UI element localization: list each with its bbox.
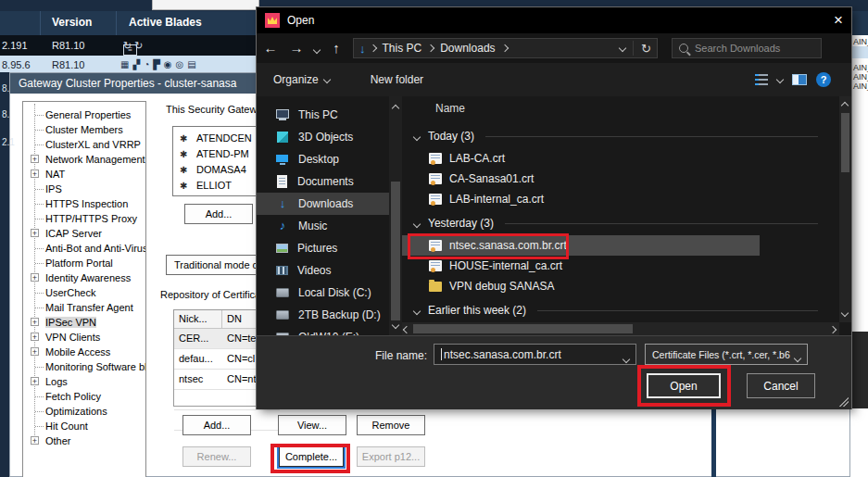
tree-item-anti-bot-and-anti-virus[interactable]: Anti-Bot and Anti-Virus [23,241,145,256]
file-type-dropdown[interactable]: Certificate Files (*.crt, *.cer, *.b6 [645,344,808,365]
chevron-down-icon[interactable] [795,352,800,363]
tree-item-logs[interactable]: +Logs [23,374,145,389]
group-collapse-icon[interactable] [414,130,420,143]
new-folder-button[interactable]: New folder [371,73,423,86]
file-group-earlier-this-week-2[interactable]: Earlier this week (2) [402,300,833,320]
tree-item-vpn-clients[interactable]: +VPN Clients [23,330,145,345]
resize-grip[interactable] [839,397,849,407]
tree-item-platform-portal[interactable]: Platform Portal [23,256,145,270]
cert-export-p12-button[interactable]: Export p12... [357,446,425,467]
file-item-lab-internal-ca-crt[interactable]: LAB-internal_ca.crt [402,189,833,209]
chevron-down-icon[interactable] [623,352,629,365]
tree-item-other[interactable]: +Other [23,433,145,448]
up-arrow-icon[interactable]: ↑ [325,33,347,63]
scroll-up-icon[interactable] [841,102,849,109]
tree-item-cluster-members[interactable]: Cluster Members [23,122,145,137]
group-collapse-icon[interactable] [414,217,420,230]
sidebar-item-music[interactable]: ♪Music [257,215,389,237]
expand-plus-icon[interactable]: + [31,318,39,326]
scroll-down-icon[interactable] [392,321,399,329]
column-header-dn[interactable]: DN [222,310,242,328]
scroll-right-icon[interactable] [829,326,837,333]
tree-item-hit-count[interactable]: Hit Count [23,419,145,433]
expand-plus-icon[interactable]: + [31,347,39,356]
gateway-table-row[interactable]: 2.191 R81.10 ≡↻↻ [0,35,278,56]
tree-item-mobile-access[interactable]: +Mobile Access [23,345,145,359]
tree-item-ipsec-vpn[interactable]: +IPSec VPN [23,315,145,330]
sidebar-item-3d-objects[interactable]: 3D Objects [257,126,389,148]
breadcrumb-downloads[interactable]: Downloads [440,42,495,55]
back-arrow-icon[interactable]: ← [257,33,284,63]
column-header-nickname[interactable]: Nick... [174,310,222,328]
gateway-table-row-selected[interactable]: 8.95.6 R81.10 ▦▞◔▛◉◎▤ [0,56,278,74]
scroll-left-icon[interactable] [403,326,410,333]
scroll-down-icon[interactable] [841,309,849,317]
close-icon[interactable]: × [817,7,843,33]
tree-item-http-https-proxy[interactable]: HTTP/HTTPS Proxy [23,211,145,226]
cert-remove-button[interactable]: Remove [357,415,425,435]
file-item-lab-ca-crt[interactable]: LAB-CA.crt [402,148,833,169]
file-item-ca-sanasa01-crt[interactable]: CA-Sanasa01.crt [402,169,833,189]
expand-plus-icon[interactable]: + [31,436,39,445]
tree-item-ips[interactable]: IPS [23,182,145,196]
recent-locations-icon[interactable] [308,40,325,56]
sidebar-item-videos[interactable]: Videos [257,259,389,282]
preview-pane-icon[interactable] [792,74,807,85]
column-header-version[interactable]: Version [52,16,92,29]
file-group-yesterday-3[interactable]: Yesterday (3) [402,213,833,233]
tree-item-usercheck[interactable]: UserCheck [23,285,145,300]
help-icon[interactable]: ? [816,72,831,87]
tree-item-optimizations[interactable]: Optimizations [23,404,145,419]
sidebar-item-pictures[interactable]: Pictures [257,237,389,259]
scrollbar-thumb[interactable] [413,324,633,333]
tree-item-monitoring-software-bl[interactable]: Monitoring Software bl [23,359,145,374]
expand-plus-icon[interactable]: + [31,333,39,341]
tree-item-identity-awareness[interactable]: +Identity Awareness [23,270,145,285]
address-dropdown-icon[interactable] [619,44,626,52]
cancel-button[interactable]: Cancel [747,373,815,398]
breadcrumb-chevron-icon[interactable] [369,44,376,52]
sidebar-item-documents[interactable]: Documents [257,170,389,193]
name-column-header[interactable]: Name [435,102,465,115]
forward-arrow-icon[interactable]: → [284,33,308,63]
cert-view-button[interactable]: View... [278,415,346,435]
file-group-today-3[interactable]: Today (3) [402,126,833,146]
expand-plus-icon[interactable]: + [31,169,39,178]
dialog-title-bar[interactable]: Open × [257,7,851,33]
sidebar-item-local-disk-c[interactable]: Local Disk (C:) [257,282,389,304]
breadcrumb-chevron-icon[interactable] [427,44,434,52]
scroll-up-icon[interactable] [392,105,399,112]
file-list-vertical-scrollbar[interactable] [839,96,851,322]
tree-item-icap-server[interactable]: +ICAP Server [23,226,145,241]
sidebar-item-2tb-backup-d[interactable]: 2TB Backup (D:) [257,304,389,326]
tree-item-nat[interactable]: +NAT [23,167,145,182]
sidebar-item-desktop[interactable]: Desktop [257,148,389,170]
file-name-input[interactable]: ntsec.sanasa.com.br.crt [434,344,636,365]
tree-item-https-inspection[interactable]: HTTPS Inspection [23,196,145,211]
tree-item-network-management[interactable]: +Network Management [23,152,145,167]
tree-item-mail-transfer-agent[interactable]: Mail Transfer Agent [23,300,145,315]
scrollbar-thumb[interactable] [391,182,400,320]
expand-plus-icon[interactable]: + [31,229,39,237]
sidebar-item-this-pc[interactable]: This PC [257,104,389,126]
community-add-button[interactable]: Add... [184,204,253,224]
expand-plus-icon[interactable]: + [31,377,39,385]
refresh-icon[interactable]: ↻ [641,42,651,56]
expand-plus-icon[interactable]: + [31,273,39,282]
tree-item-clusterxl-and-vrrp[interactable]: ClusterXL and VRRP [23,137,145,152]
organize-button[interactable]: Organize [273,73,330,86]
sidebar-item-downloads[interactable]: ↓Downloads [257,193,389,215]
breadcrumb-this-pc[interactable]: This PC [383,42,422,55]
group-collapse-icon[interactable] [414,304,420,317]
cert-renew-button[interactable]: Renew... [182,446,251,467]
tree-item-fetch-policy[interactable]: Fetch Policy [23,389,145,404]
file-item-vpn-debug-sanasa[interactable]: VPN debug SANASA [402,276,833,296]
column-header-active-blades[interactable]: Active Blades [129,16,202,29]
sidebar-scrollbar[interactable] [389,96,402,335]
breadcrumb-chevron-icon[interactable] [500,44,508,52]
scrollbar-thumb[interactable] [841,113,849,172]
tree-item-general-properties[interactable]: General Properties [23,107,145,122]
view-options-chevron-icon[interactable] [776,76,784,83]
cert-add-button[interactable]: Add... [182,415,251,435]
expand-plus-icon[interactable]: + [31,155,39,163]
